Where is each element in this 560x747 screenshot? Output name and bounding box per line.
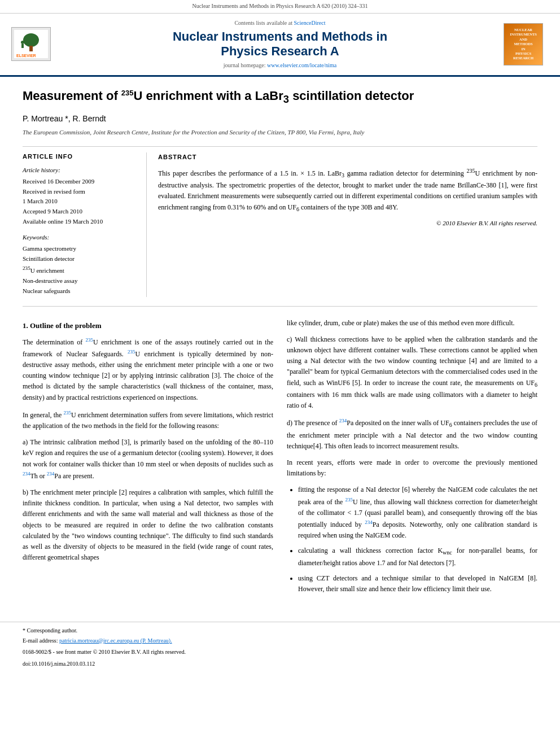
sciencedirect-anchor[interactable]: ScienceDirect <box>294 20 325 26</box>
svg-rect-2 <box>29 46 33 51</box>
journal-cover-image: NUCLEAR INSTRUMENTS AND METHODS IN PHYSI… <box>504 23 543 65</box>
keywords-section: Keywords: Gamma spectrometry Scintillati… <box>23 233 137 295</box>
section1-para3a: a) The intrinsic calibration method [3],… <box>23 437 273 482</box>
body-columns: 1. Outline of the problem The determinat… <box>23 318 537 600</box>
received-revised-label: Received in revised form <box>23 187 137 196</box>
footer-area: * Corresponding author. E-mail address: … <box>0 622 560 672</box>
email-note: E-mail address: patricia.mortreau@jrc.ec… <box>23 637 537 645</box>
journal-title: Nuclear Instruments and Methods in Physi… <box>56 29 504 59</box>
available-online: Available online 19 March 2010 <box>23 217 137 226</box>
keyword-5: Nuclear safeguards <box>23 287 137 296</box>
keyword-4: Non-destructive assay <box>23 277 137 286</box>
bullet-item-2: calculating a wall thickness correction … <box>298 545 537 569</box>
body-left-column: 1. Outline of the problem The determinat… <box>23 318 273 600</box>
bullet-item-1: fitting the response of a NaI detector [… <box>298 484 537 541</box>
right-para-recent: In recent years, efforts were made in or… <box>287 457 537 479</box>
svg-point-3 <box>21 41 24 44</box>
journal-header: ELSEVIER Contents lists available at Sci… <box>0 14 560 77</box>
body-right-column: like cylinder, drum, cube or plate) make… <box>287 318 537 600</box>
right-para-c: c) Wall thickness corrections have to be… <box>287 334 537 412</box>
divider-2 <box>23 306 537 307</box>
keyword-3: 235U enrichment <box>23 265 137 276</box>
keyword-2: Scintillation detector <box>23 255 137 264</box>
received-1: Received 16 December 2009 <box>23 177 137 186</box>
abstract-column: ABSTRACT This paper describes the perfor… <box>158 152 537 297</box>
section1-para2: In general, the 235U enrichment determin… <box>23 409 273 431</box>
footer-doi: doi:10.1016/j.nima.2010.03.112 <box>23 660 537 669</box>
keyword-1: Gamma spectrometry <box>23 244 137 254</box>
history-label: Article history: <box>23 166 137 175</box>
svg-text:ELSEVIER: ELSEVIER <box>16 54 36 58</box>
article-title: Measurement of 235U enrichment with a La… <box>23 88 537 106</box>
top-bar: Nuclear Instruments and Methods in Physi… <box>0 0 560 14</box>
abstract-title: ABSTRACT <box>158 152 537 162</box>
section1-para1: The determination of 235U enrichment is … <box>23 336 273 403</box>
received-revised-date: 1 March 2010 <box>23 197 137 206</box>
elsevier-logo: ELSEVIER <box>11 27 51 61</box>
article-info-column: ARTICLE INFO Article history: Received 1… <box>23 152 147 297</box>
elsevier-logo-svg: ELSEVIER <box>14 30 48 58</box>
keywords-label: Keywords: <box>23 233 137 242</box>
accepted-date: Accepted 9 March 2010 <box>23 207 137 216</box>
elsevier-logo-area: ELSEVIER <box>11 27 56 61</box>
svg-rect-4 <box>21 44 24 48</box>
footer-issn: 0168-9002/$ - see front matter © 2010 El… <box>23 648 537 657</box>
sciencedirect-link: Contents lists available at ScienceDirec… <box>56 19 504 28</box>
section1-heading: 1. Outline of the problem <box>23 320 273 331</box>
svg-point-1 <box>23 33 39 47</box>
article-area: Measurement of 235U enrichment with a La… <box>0 77 560 610</box>
homepage-link[interactable]: www.elsevier.com/locate/nima <box>267 62 336 68</box>
authors: P. Mortreau *, R. Berndt <box>23 113 537 124</box>
bullet-list: fitting the response of a NaI detector [… <box>287 484 537 595</box>
top-bar-text: Nuclear Instruments and Methods in Physi… <box>192 3 368 9</box>
right-para-d: d) The presence of 234Pa deposited on th… <box>287 417 537 452</box>
affiliation: The European Commission, Joint Research … <box>23 128 537 137</box>
journal-cover-area: NUCLEAR INSTRUMENTS AND METHODS IN PHYSI… <box>504 23 549 65</box>
right-para-c-intro: like cylinder, drum, cube or plate) make… <box>287 318 537 329</box>
divider-1 <box>23 146 537 147</box>
journal-homepage: journal homepage: www.elsevier.com/locat… <box>56 62 504 70</box>
info-section: ARTICLE INFO Article history: Received 1… <box>23 152 537 297</box>
copyright-notice: © 2010 Elsevier B.V. All rights reserved… <box>158 219 537 228</box>
section1-para3b: b) The enrichment meter principle [2] re… <box>23 487 273 563</box>
bullet-item-3: using CZT detectors and a technique simi… <box>298 573 537 595</box>
abstract-text: This paper describes the performance of … <box>158 167 537 214</box>
email-link[interactable]: patricia.mortreau@jrc.ec.europa.eu (P. M… <box>59 637 172 644</box>
corresponding-author-note: * Corresponding author. <box>23 627 537 635</box>
journal-header-center: Contents lists available at ScienceDirec… <box>56 19 504 70</box>
article-info-title: ARTICLE INFO <box>23 152 137 161</box>
